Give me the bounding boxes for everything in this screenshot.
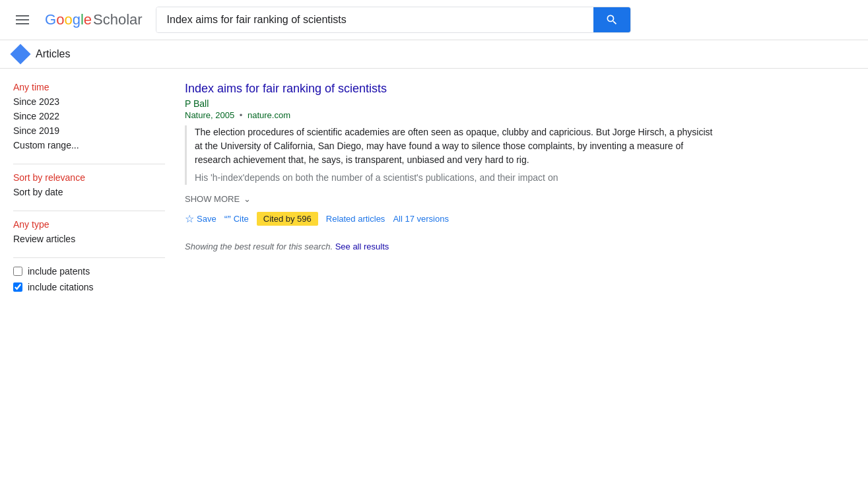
sidebar-divider-2 (13, 211, 165, 211)
search-icon (605, 13, 618, 26)
result-source-sep: • (240, 110, 243, 120)
best-result-note: Showing the best result for this search.… (185, 242, 855, 251)
result-snippet-text-1: The election procedures of scientific ac… (195, 125, 713, 167)
cite-label: Cite (234, 214, 249, 224)
result-snippet: The election procedures of scientific ac… (185, 125, 713, 185)
sidebar-checkbox-section: include patents include citations (13, 266, 165, 292)
include-patents-checkbox[interactable] (13, 267, 22, 276)
hamburger-menu[interactable] (13, 13, 32, 27)
include-citations-label[interactable]: include citations (28, 282, 94, 292)
articles-label: Articles (36, 48, 70, 60)
result-source-venue: Nature, 2005 (185, 110, 234, 120)
cited-by-button[interactable]: Cited by 596 (257, 212, 318, 226)
include-patents-label[interactable]: include patents (28, 266, 90, 277)
chevron-down-icon: ⌄ (244, 194, 251, 204)
sidebar-item-since-2023[interactable]: Since 2023 (13, 96, 165, 107)
results-area: Index aims for fair ranking of scientist… (185, 82, 855, 306)
sidebar-item-review-articles[interactable]: Review articles (13, 234, 165, 244)
save-button[interactable]: ☆ Save (185, 213, 217, 225)
articles-icon (10, 44, 30, 64)
main-layout: Any time Since 2023 Since 2022 Since 201… (0, 69, 868, 319)
search-button[interactable] (593, 7, 630, 32)
sidebar-item-any-time[interactable]: Any time (13, 82, 165, 92)
result-title[interactable]: Index aims for fair ranking of scientist… (185, 82, 387, 95)
sidebar-divider-3 (13, 257, 165, 258)
logo[interactable]: Google Scholar (45, 11, 143, 28)
sidebar-item-since-2022[interactable]: Since 2022 (13, 111, 165, 121)
sidebar-type-section: Any type Review articles (13, 219, 165, 244)
sidebar-divider-1 (13, 164, 165, 164)
articles-bar: Articles (0, 40, 868, 69)
sidebar: Any time Since 2023 Since 2022 Since 201… (13, 82, 185, 306)
search-bar (156, 7, 631, 33)
citations-checkbox-row: include citations (13, 282, 165, 292)
include-citations-checkbox[interactable] (13, 282, 22, 292)
result-actions: ☆ Save “” Cite Cited by 596 Related arti… (185, 212, 713, 226)
search-input[interactable] (156, 7, 593, 32)
see-all-results-link[interactable]: See all results (335, 242, 389, 251)
show-more-label: SHOW MORE (185, 194, 240, 204)
sidebar-item-custom-range[interactable]: Custom range... (13, 140, 165, 150)
save-label: Save (197, 214, 217, 224)
all-versions-link[interactable]: All 17 versions (393, 214, 449, 224)
sidebar-item-sort-date[interactable]: Sort by date (13, 187, 165, 197)
sidebar-sort-section: Sort by relevance Sort by date (13, 172, 165, 197)
sidebar-time-section: Any time Since 2023 Since 2022 Since 201… (13, 82, 165, 150)
sidebar-item-any-type[interactable]: Any type (13, 219, 165, 230)
sidebar-item-sort-relevance[interactable]: Sort by relevance (13, 172, 165, 183)
result-card: Index aims for fair ranking of scientist… (185, 82, 713, 226)
related-articles-link[interactable]: Related articles (326, 214, 385, 224)
result-source-site: nature.com (248, 110, 290, 120)
result-snippet-text-2: His 'h-index'depends on both the number … (195, 171, 713, 185)
result-author: P Ball (185, 98, 713, 109)
sidebar-item-since-2019[interactable]: Since 2019 (13, 125, 165, 136)
best-result-text: Showing the best result for this search. (185, 242, 333, 251)
header: Google Scholar (0, 0, 868, 40)
cite-button[interactable]: “” Cite (224, 213, 249, 224)
show-more-button[interactable]: SHOW MORE ⌄ (185, 191, 713, 207)
patents-checkbox-row: include patents (13, 266, 165, 277)
logo-scholar-text: Scholar (93, 11, 143, 28)
result-source: Nature, 2005 • nature.com (185, 110, 713, 120)
star-icon: ☆ (185, 213, 194, 225)
cite-icon: “” (224, 213, 231, 224)
